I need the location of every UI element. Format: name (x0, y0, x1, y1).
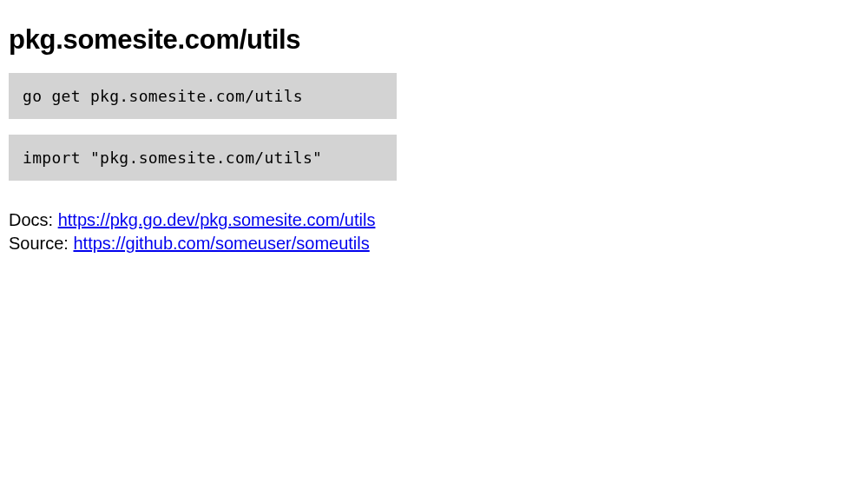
source-label: Source: (9, 234, 73, 253)
go-get-command: go get pkg.somesite.com/utils (9, 73, 397, 119)
links-section: Docs: https://pkg.go.dev/pkg.somesite.co… (9, 208, 859, 255)
docs-link[interactable]: https://pkg.go.dev/pkg.somesite.com/util… (58, 210, 376, 229)
docs-label: Docs: (9, 210, 58, 229)
page-title: pkg.somesite.com/utils (9, 24, 859, 56)
source-link[interactable]: https://github.com/someuser/someutils (73, 234, 369, 253)
import-command: import "pkg.somesite.com/utils" (9, 135, 397, 181)
